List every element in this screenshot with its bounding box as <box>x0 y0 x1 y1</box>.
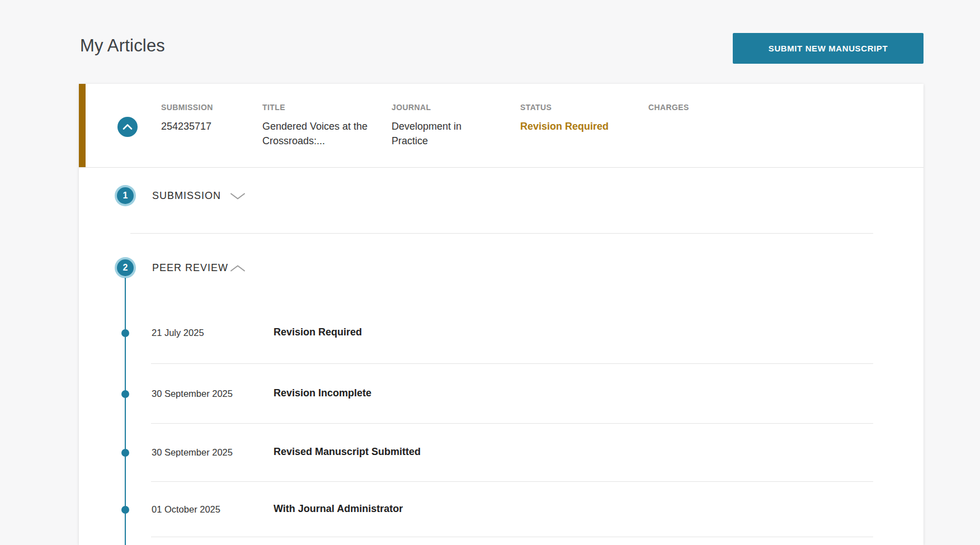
timeline-dot <box>121 449 129 457</box>
article-card: SUBMISSION 254235717 TITLE Gendered Voic… <box>79 84 924 545</box>
stage-number-badge: 1 <box>117 187 134 204</box>
timeline-status: Revision Required <box>274 326 362 338</box>
timeline-divider <box>151 537 873 537</box>
column-header-submission: SUBMISSION <box>161 103 213 112</box>
column-header-charges: CHARGES <box>648 103 732 112</box>
timeline-status: Revised Manuscript Submitted <box>274 446 421 458</box>
column-status: STATUS Revision Required <box>520 103 643 134</box>
timeline-date: 30 September 2025 <box>152 388 233 399</box>
timeline-date: 30 September 2025 <box>152 447 233 458</box>
submission-id-value: 254235717 <box>161 121 211 132</box>
column-submission: SUBMISSION 254235717 <box>161 103 213 134</box>
chevron-up-icon <box>229 264 246 275</box>
timeline-dot <box>121 506 129 514</box>
page-title: My Articles <box>80 36 165 56</box>
chevron-up-icon <box>122 124 133 130</box>
timeline-status: Revision Incomplete <box>274 387 371 399</box>
column-charges: CHARGES <box>648 103 732 119</box>
timeline-date: 01 October 2025 <box>152 504 220 515</box>
timeline-divider <box>151 363 873 364</box>
timeline-status: With Journal Administrator <box>274 503 403 515</box>
article-header-row: SUBMISSION 254235717 TITLE Gendered Voic… <box>79 84 924 168</box>
timeline-date: 21 July 2025 <box>152 328 204 338</box>
status-value: Revision Required <box>520 121 609 132</box>
collapse-article-button[interactable] <box>117 117 138 137</box>
stage-number-badge: 2 <box>117 259 134 276</box>
timeline-dot <box>121 329 129 337</box>
stage-header-submission[interactable]: 1 SUBMISSION <box>79 187 303 204</box>
timeline-divider <box>151 481 873 482</box>
stage-label-submission: SUBMISSION <box>152 190 221 202</box>
journal-name-value: Development in Practice <box>392 121 461 146</box>
stage-header-peer-review[interactable]: 2 PEER REVIEW <box>79 259 303 276</box>
column-header-journal: JOURNAL <box>392 103 481 112</box>
timeline-dot <box>121 390 129 398</box>
column-title: TITLE Gendered Voices at the Crossroads:… <box>262 103 374 148</box>
section-divider <box>130 233 873 234</box>
stage-label-peer-review: PEER REVIEW <box>152 262 228 274</box>
column-journal: JOURNAL Development in Practice <box>392 103 481 148</box>
timeline-track <box>125 278 126 545</box>
timeline-divider <box>151 423 873 424</box>
column-header-status: STATUS <box>520 103 643 112</box>
article-title-value: Gendered Voices at the Crossroads:... <box>262 121 368 146</box>
submit-new-manuscript-button[interactable]: SUBMIT NEW MANUSCRIPT <box>733 33 924 64</box>
chevron-down-icon <box>229 192 246 203</box>
column-header-title: TITLE <box>262 103 374 112</box>
